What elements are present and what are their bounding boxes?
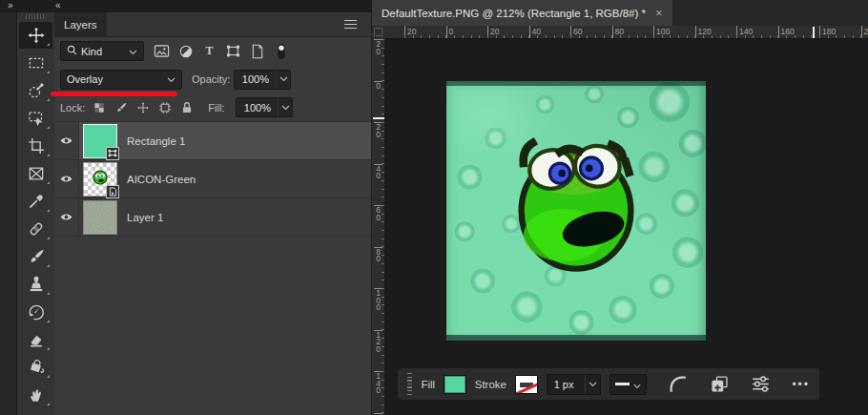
filter-toggle-icon[interactable] — [272, 42, 290, 61]
lock-label: Lock: — [60, 102, 85, 114]
opacity-label: Opacity: — [192, 73, 230, 85]
filter-type-icons: T — [153, 42, 290, 61]
shape-layer-filter-icon[interactable] — [224, 42, 242, 61]
eye-icon — [59, 209, 73, 226]
eraser-tool-button[interactable] — [19, 326, 52, 353]
ruler-label: 20 — [861, 26, 868, 39]
lock-all-icon[interactable] — [179, 100, 195, 115]
layer-row-rectangle-1[interactable]: Rectangle 1 — [54, 122, 371, 160]
cursor-position-marker-vertical — [373, 117, 384, 119]
layers-list: Rectangle 1 AICON-Green — [54, 122, 371, 237]
layer-name: AICON-Green — [127, 174, 196, 185]
object-selection-tool-button[interactable] — [19, 105, 52, 132]
fill-amount-label: Fill: — [208, 102, 224, 114]
panel-tab-bar: Layers — [54, 12, 371, 37]
blend-mode-value: Overlay — [67, 73, 103, 85]
tab-layers[interactable]: Layers — [54, 12, 107, 37]
eyedropper-icon — [27, 192, 46, 211]
clone-stamp-tool-button[interactable] — [19, 271, 52, 298]
shape-options-bar: Fill Stroke 1 px ••• — [398, 368, 819, 400]
move-tool-button[interactable] — [19, 22, 52, 49]
stroke-style-dropdown[interactable] — [610, 374, 647, 395]
ruler-label: 80 — [374, 247, 382, 263]
smiley-face-artwork — [446, 81, 706, 341]
canvas-image[interactable] — [446, 81, 706, 341]
layer-name: Layer 1 — [127, 212, 163, 223]
healing-brush-tool-button[interactable] — [19, 216, 52, 242]
blend-mode-dropdown[interactable]: Overlay — [60, 70, 182, 90]
left-dock-rail — [0, 12, 17, 415]
layer-thumbnail[interactable] — [83, 200, 117, 235]
visibility-toggle[interactable] — [54, 198, 79, 236]
blend-mode-row: Overlay Opacity: 100% — [54, 65, 371, 93]
history-brush-icon — [27, 302, 46, 322]
properties-sliders-icon[interactable] — [751, 373, 771, 396]
lock-transparency-icon[interactable] — [92, 100, 107, 115]
chevron-down-icon — [585, 375, 600, 394]
crop-tool-button[interactable] — [19, 133, 52, 159]
marquee-icon — [27, 53, 46, 73]
visibility-toggle[interactable] — [54, 122, 79, 159]
type-layer-filter-icon[interactable]: T — [200, 42, 218, 61]
collapse-panel-button[interactable]: « — [55, 0, 60, 11]
rectangular-marquee-tool-button[interactable] — [19, 50, 52, 76]
clone-stamp-icon — [27, 275, 46, 294]
layer-thumbnail[interactable] — [83, 162, 117, 197]
lock-pixels-icon[interactable] — [114, 100, 129, 115]
kind-filter-label: Kind — [81, 46, 102, 57]
ruler-horizontal[interactable]: 2002040608010012014016018020 — [385, 26, 868, 39]
fill-amount-dropdown[interactable]: 100% — [236, 97, 293, 117]
document-tab[interactable]: DefaultTexture.PNG @ 212% (Rectangle 1, … — [372, 0, 672, 26]
layer-row-aicon-green[interactable]: AICON-Green — [54, 160, 371, 198]
move-icon — [27, 26, 46, 45]
eraser-icon — [27, 330, 46, 349]
layer-thumbnail[interactable] — [83, 124, 117, 158]
ruler-label: 20 — [487, 26, 499, 39]
brush-tool-button[interactable] — [19, 243, 52, 270]
lock-artboard-icon[interactable] — [157, 100, 173, 115]
chevron-down-icon — [633, 376, 641, 393]
visibility-toggle[interactable] — [54, 160, 79, 197]
paint-bucket-tool-button[interactable] — [19, 354, 52, 381]
smart-object-filter-icon[interactable] — [248, 42, 266, 61]
stroke-color-swatch[interactable] — [515, 375, 538, 394]
fill-color-swatch[interactable] — [444, 375, 466, 394]
smudge-tool-button[interactable] — [19, 382, 52, 408]
close-icon[interactable]: × — [655, 7, 663, 19]
chevron-down-icon — [278, 98, 292, 116]
frame-tool-button[interactable] — [19, 160, 52, 187]
duplicate-with-plus-icon[interactable] — [710, 373, 730, 396]
ruler-label: 60 — [374, 205, 382, 221]
brush-icon — [27, 247, 46, 266]
lock-position-icon[interactable] — [135, 100, 151, 115]
opacity-dropdown[interactable]: 100% — [234, 70, 291, 90]
adjustment-layer-filter-icon[interactable] — [176, 42, 195, 61]
layer-row-layer-1[interactable]: Layer 1 — [54, 198, 371, 237]
expand-toolbar-button[interactable]: » — [8, 0, 12, 11]
document-tab-bar: DefaultTexture.PNG @ 212% (Rectangle 1, … — [372, 0, 868, 26]
ruler-label: 180 — [819, 26, 836, 39]
texture-thumbnail-image — [84, 220, 116, 235]
more-options-icon[interactable]: ••• — [792, 378, 810, 391]
drag-handle[interactable] — [407, 373, 412, 395]
document-tab-title: DefaultTexture.PNG @ 212% (Rectangle 1, … — [382, 8, 646, 19]
ruler-label: 80 — [612, 26, 624, 39]
ruler-label: 140 — [374, 371, 382, 395]
quick-selection-tool-button[interactable] — [19, 77, 52, 104]
ruler-vertical[interactable]: 200204060801001201401 — [372, 39, 385, 415]
eyedropper-tool-button[interactable] — [19, 188, 52, 215]
search-icon — [67, 45, 77, 57]
history-brush-tool-button[interactable] — [19, 299, 52, 325]
kind-filter-dropdown[interactable]: Kind — [60, 41, 144, 61]
svg-text:T: T — [206, 44, 214, 57]
pixel-layer-filter-icon[interactable] — [153, 42, 171, 61]
panel-menu-icon[interactable] — [344, 20, 357, 30]
tools-toolbar — [17, 12, 54, 415]
toolbar-grip[interactable] — [26, 14, 46, 19]
corner-radius-icon[interactable] — [668, 373, 689, 396]
stroke-width-dropdown[interactable]: 1 px — [547, 374, 601, 395]
opacity-value: 100% — [235, 73, 276, 85]
ruler-label: 40 — [374, 164, 382, 180]
lock-icons — [92, 100, 195, 115]
ruler-origin-corner[interactable] — [372, 26, 385, 39]
